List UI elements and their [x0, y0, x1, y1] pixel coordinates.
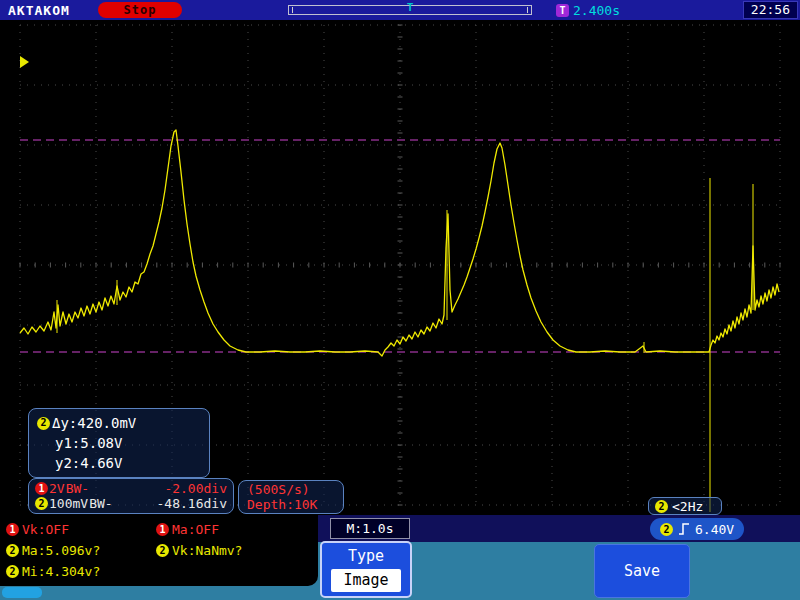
clock: 22:56 — [743, 1, 798, 19]
channel2-badge: 2 — [35, 497, 48, 510]
measurement-value: Vk:OFF — [22, 522, 69, 537]
channel1-badge: 1 — [156, 523, 169, 536]
channel1-scale: 2V — [49, 481, 65, 496]
channel-info-box: 1 2V BW- -2.00div 2 100mV BW- -48.16div — [28, 478, 234, 514]
channel1-bw: BW- — [66, 481, 89, 496]
top-status-bar: AKTAKOM Stop T T 2.400s 22:56 — [0, 0, 800, 20]
channel2-badge: 2 — [6, 565, 19, 578]
measurement-value: Ma:5.096v? — [22, 543, 100, 558]
memory-depth: Depth:10K — [247, 497, 335, 512]
bottom-bar: 1 Vk:OFF 1 Ma:OFF 2 Ma:5.096v? 2 Vk:NaNm… — [0, 515, 800, 600]
channel2-scale: 100mV — [49, 496, 88, 511]
measurement-value: Mi:4.304v? — [22, 564, 100, 579]
oscilloscope-ui: AKTAKOM Stop T T 2.400s 22:56 2 Δy:420.0… — [0, 0, 800, 600]
trigger-level-value: 6.40V — [695, 522, 734, 537]
trigger-time-value: 2.400s — [573, 3, 620, 18]
channel2-position: -48.16div — [157, 496, 227, 511]
sample-rate: (500S/s) — [247, 482, 335, 497]
cursor-measurement-box: 2 Δy:420.0mV y1:5.08V y2:4.66V — [28, 408, 210, 478]
measurement-item: 2 Vk:NaNmv? — [156, 543, 306, 558]
memory-bar-right-tick — [527, 7, 528, 13]
channel2-badge: 2 — [37, 417, 50, 430]
memory-bar-left-tick — [292, 7, 293, 13]
timebase: M:1.0s — [330, 518, 410, 539]
memory-position-bar: T — [288, 5, 532, 15]
cursor-y1-value: y1:5.08V — [37, 433, 201, 453]
brand-logo: AKTAKOM — [8, 3, 70, 18]
cursor-y2-value: y2:4.66V — [37, 453, 201, 473]
channel1-info: 1 2V BW- -2.00div — [35, 481, 227, 496]
measurement-item: 2 Ma:5.096v? — [6, 543, 156, 558]
channel2-bw: BW- — [89, 496, 112, 511]
run-state-badge: Stop — [98, 2, 182, 18]
channel2-badge: 2 — [660, 523, 673, 536]
delta-y-value: Δy:420.0mV — [52, 413, 136, 433]
acquisition-info-box: (500S/s) Depth:10K — [238, 480, 344, 514]
channel2-badge: 2 — [655, 500, 668, 513]
measurement-row: 2 Mi:4.304v? — [6, 561, 312, 582]
cursor-delta-row: 2 Δy:420.0mV — [37, 413, 201, 433]
measurement-row: 2 Ma:5.096v? 2 Vk:NaNmv? — [6, 540, 312, 561]
trigger-position-marker: T — [407, 2, 414, 13]
trigger-time: T 2.400s — [556, 3, 620, 18]
measurement-value: Vk:NaNmv? — [172, 543, 242, 558]
trigger-level: 2 6.40V — [650, 518, 744, 540]
trigger-time-icon: T — [556, 4, 569, 17]
measurement-value: Ma:OFF — [172, 522, 219, 537]
measurement-item: 1 Vk:OFF — [6, 522, 156, 537]
type-button[interactable]: Type Image — [320, 541, 412, 598]
channel1-position: -2.00div — [164, 481, 227, 496]
channel1-badge: 1 — [6, 523, 19, 536]
save-button[interactable]: Save — [594, 544, 690, 598]
frequency-counter: 2 <2Hz — [648, 497, 722, 515]
type-button-value: Image — [331, 569, 401, 592]
frequency-value: <2Hz — [672, 499, 703, 514]
type-button-label: Type — [322, 547, 410, 565]
channel2-badge: 2 — [6, 544, 19, 557]
corner-tab — [2, 587, 42, 598]
channel2-info: 2 100mV BW- -48.16div — [35, 496, 227, 511]
measurement-item: 1 Ma:OFF — [156, 522, 306, 537]
save-button-label: Save — [624, 562, 660, 580]
measurement-item: 2 Mi:4.304v? — [6, 564, 156, 579]
measurement-row: 1 Vk:OFF 1 Ma:OFF — [6, 519, 312, 540]
measurement-panel: 1 Vk:OFF 1 Ma:OFF 2 Ma:5.096v? 2 Vk:NaNm… — [0, 515, 318, 586]
waveform-display: 2 Δy:420.0mV y1:5.08V y2:4.66V 1 2V BW- … — [0, 20, 800, 515]
rising-edge-icon — [678, 522, 690, 536]
channel1-badge: 1 — [35, 482, 48, 495]
channel2-badge: 2 — [156, 544, 169, 557]
